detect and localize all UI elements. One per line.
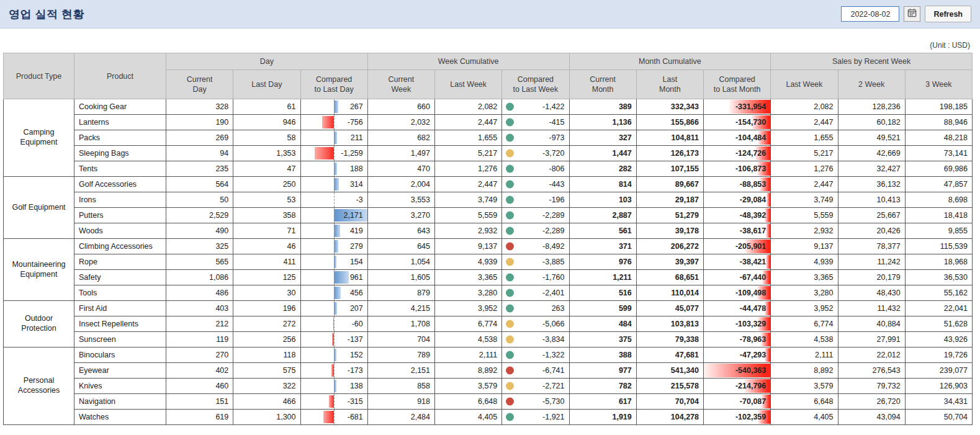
last-month-cell: 45,077 — [636, 301, 703, 316]
last-month-cell: 103,813 — [636, 316, 703, 332]
last-day-cell: 118 — [233, 348, 300, 363]
product-cell: Packs — [74, 130, 166, 146]
recent-last-week-cell: 2,447 — [771, 177, 838, 192]
product-type-cell: Camping Equipment — [4, 99, 74, 177]
compared-to-last-day-value: 154 — [350, 258, 363, 266]
compared-to-last-day-value: -1,259 — [341, 149, 362, 158]
recent-last-week-cell: 3,280 — [771, 285, 838, 301]
day-compare-bar-positive — [334, 271, 349, 284]
current-week-cell: 1,054 — [367, 254, 434, 270]
current-month-cell: 103 — [569, 192, 636, 208]
recent-last-week-cell: 3,952 — [771, 301, 838, 316]
compared-to-last-day-cell: 138 — [300, 379, 367, 394]
recent-3-week-cell: 198,185 — [905, 99, 972, 115]
recent-last-week-cell: 2,082 — [771, 99, 838, 115]
last-month-cell: 70,704 — [636, 394, 703, 410]
trend-dot-teal — [506, 351, 514, 359]
compared-to-last-day-cell: 2,171 — [300, 208, 367, 223]
recent-last-week-cell: 5,217 — [771, 146, 838, 161]
last-month-cell: 155,866 — [636, 115, 703, 130]
current-month-cell: 1,447 — [569, 146, 636, 161]
compared-to-last-week-value: -3,885 — [542, 258, 564, 266]
compared-to-last-week-cell: -2,721 — [502, 379, 569, 394]
product-cell: Sunscreen — [74, 332, 166, 348]
compared-to-last-month-value: -102,359 — [735, 413, 766, 421]
trend-dot-teal — [506, 212, 514, 220]
compared-to-last-week-cell: -2,289 — [502, 208, 569, 223]
last-week-cell: 9,137 — [435, 239, 502, 254]
current-month-cell: 1,211 — [569, 270, 636, 285]
table-row: Golf EquipmentGolf Accessories5642503142… — [4, 177, 973, 192]
trend-dot-teal — [506, 103, 514, 111]
current-day-cell: 270 — [166, 348, 233, 363]
compared-to-last-day-cell: 154 — [300, 254, 367, 270]
last-month-cell: 79,338 — [636, 332, 703, 348]
table-row: Woods490714196432,932-2,28956139,178-38,… — [4, 223, 973, 239]
trend-dot-red — [506, 243, 514, 251]
day-compare-bar-negative — [333, 318, 334, 330]
current-week-cell: 2,151 — [367, 363, 434, 379]
refresh-button[interactable]: Refresh — [925, 6, 971, 22]
current-day-cell: 565 — [166, 254, 233, 270]
compared-to-last-month-cell: -109,498 — [704, 285, 771, 301]
recent-2-week-cell: 11,432 — [838, 301, 905, 316]
trend-dot-teal — [506, 274, 514, 282]
compared-to-last-month-value: -78,963 — [740, 335, 766, 344]
compared-to-last-week-cell: -806 — [502, 161, 569, 177]
product-type-cell: Outdoor Protection — [4, 301, 74, 348]
top-bar: 영업 실적 현황 2022-08-02 Refresh — [0, 0, 980, 29]
current-day-cell: 50 — [166, 192, 233, 208]
trend-dot-teal — [506, 181, 514, 189]
compared-to-last-month-value: -124,726 — [735, 149, 766, 158]
col-header-recent-last-week: Last Week — [771, 70, 838, 99]
last-week-cell: 2,932 — [435, 223, 502, 239]
trend-dot-teal — [506, 134, 514, 142]
recent-2-week-cell: 42,669 — [838, 146, 905, 161]
recent-2-week-cell: 78,377 — [838, 239, 905, 254]
page-title: 영업 실적 현황 — [9, 7, 84, 22]
recent-2-week-cell: 26,720 — [838, 394, 905, 410]
col-header-compared-last-month: Compared to Last Month — [704, 70, 771, 99]
last-week-cell: 4,939 — [435, 254, 502, 270]
last-week-cell: 3,280 — [435, 285, 502, 301]
current-day-cell: 490 — [166, 223, 233, 239]
compared-to-last-month-cell: -205,901 — [704, 239, 771, 254]
compared-to-last-week-value: -1,422 — [542, 102, 564, 111]
product-cell: Irons — [74, 192, 166, 208]
compared-to-last-month-value: -214,796 — [735, 382, 766, 390]
compared-to-last-week-cell: 263 — [502, 301, 569, 316]
product-cell: Knives — [74, 379, 166, 394]
compared-to-last-day-value: 138 — [350, 382, 363, 390]
last-day-cell: 256 — [233, 332, 300, 348]
recent-last-week-cell: 4,538 — [771, 332, 838, 348]
compared-to-last-month-value: -106,873 — [735, 164, 766, 173]
compared-to-last-day-cell: 961 — [300, 270, 367, 285]
date-input[interactable]: 2022-08-02 — [841, 6, 899, 22]
last-day-cell: 47 — [233, 161, 300, 177]
recent-3-week-cell: 69,986 — [905, 161, 972, 177]
current-month-cell: 617 — [569, 394, 636, 410]
calendar-button[interactable] — [904, 6, 920, 22]
product-cell: Climbing Accessories — [74, 239, 166, 254]
current-day-cell: 328 — [166, 99, 233, 115]
last-day-cell: 61 — [233, 99, 300, 115]
table-header: Product Type Product Day Week Cumulative… — [4, 53, 973, 99]
current-week-cell: 3,553 — [367, 192, 434, 208]
compared-to-last-month-cell: -38,617 — [704, 223, 771, 239]
recent-3-week-cell: 43,926 — [905, 332, 972, 348]
current-week-cell: 645 — [367, 239, 434, 254]
last-day-cell: 46 — [233, 239, 300, 254]
product-cell: Cooking Gear — [74, 99, 166, 115]
table-row: Personal AccessoriesBinoculars2701181527… — [4, 348, 973, 363]
compared-to-last-month-value: -205,901 — [735, 242, 766, 251]
recent-last-week-cell: 2,447 — [771, 115, 838, 130]
recent-last-week-cell: 4,405 — [771, 410, 838, 425]
recent-3-week-cell: 18,968 — [905, 254, 972, 270]
table-row: Knives4603221388583,579-2,721782215,578-… — [4, 379, 973, 394]
table-row: Eyewear402575-1732,1518,892-6,741977541,… — [4, 363, 973, 379]
col-group-month-cumulative: Month Cumulative — [569, 53, 771, 70]
current-week-cell: 643 — [367, 223, 434, 239]
table-row: Insect Repellents212272-601,7086,774-5,0… — [4, 316, 973, 332]
recent-2-week-cell: 276,543 — [838, 363, 905, 379]
recent-2-week-cell: 10,413 — [838, 192, 905, 208]
